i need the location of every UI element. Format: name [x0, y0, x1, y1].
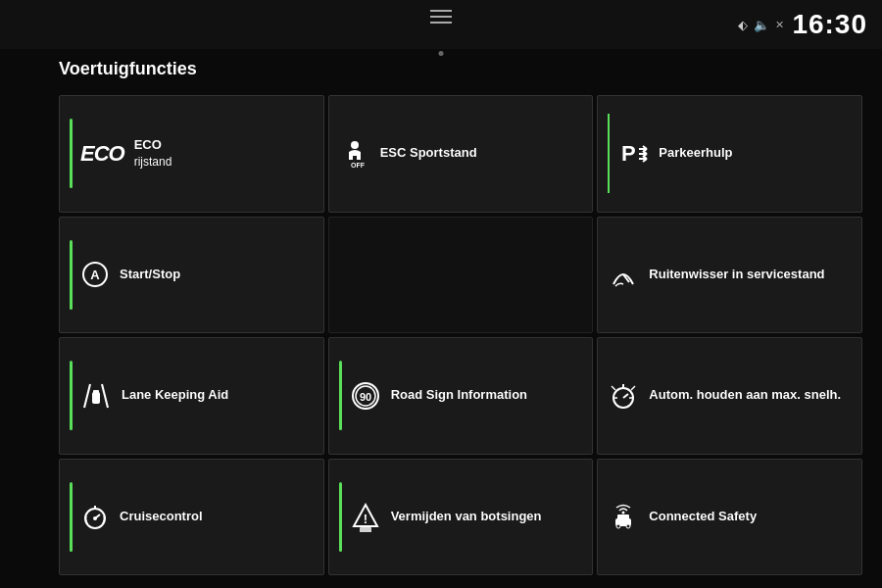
scroll-dot: [439, 51, 444, 56]
menu-icon: [430, 10, 452, 24]
cell-eco[interactable]: ECO ECOrijstand: [59, 95, 324, 213]
vermijden-icon: !: [350, 501, 381, 532]
parkeerhulp-indicator: [608, 114, 610, 193]
parkeerhulp-label: Parkeerhulp: [659, 145, 732, 162]
cell-ruitenwisser[interactable]: Ruitenwisser in servicestand: [597, 217, 862, 334]
cell-parkeerhulp[interactable]: P Parkeerhulp: [597, 95, 862, 213]
lane-keeping-icon: [80, 380, 112, 412]
cell-esc-sportstand[interactable]: OFF ESC Sportstand: [328, 95, 594, 213]
cruisecontrol-indicator: [70, 482, 73, 552]
svg-line-6: [84, 384, 90, 408]
svg-point-27: [626, 524, 630, 528]
status-icons: ⬖ 🔈 ✕: [738, 18, 784, 32]
connected-safety-label: Connected Safety: [649, 509, 757, 525]
eco-indicator: [70, 119, 73, 188]
road-sign-icon: 90: [350, 380, 381, 412]
svg-rect-25: [617, 514, 629, 520]
connected-safety-icon: [608, 501, 639, 532]
cell-lane-keeping[interactable]: Lane Keeping Aid: [59, 337, 324, 455]
svg-text:90: 90: [360, 391, 371, 403]
cruisecontrol-label: Cruisecontrol: [120, 509, 203, 525]
cell-start-stop[interactable]: A Start/Stop: [59, 217, 324, 334]
cell-empty: [328, 217, 594, 334]
svg-rect-9: [93, 390, 99, 394]
svg-point-0: [351, 141, 359, 149]
road-sign-indicator: [339, 361, 342, 430]
start-stop-icon: A: [80, 260, 110, 289]
autom-snelh-icon: [608, 380, 639, 412]
svg-rect-23: [360, 527, 371, 532]
top-bar: ⬖ 🔈 ✕ 16:30: [0, 0, 882, 49]
svg-text:P: P: [621, 141, 636, 166]
svg-text:!: !: [363, 512, 367, 526]
svg-line-15: [623, 394, 628, 398]
vermijden-label: Vermijden van botsingen: [391, 509, 542, 525]
functions-grid: ECO ECOrijstand OFF ESC Sportstand: [59, 95, 862, 575]
cell-vermijden[interactable]: ! Vermijden van botsingen: [328, 459, 594, 576]
svg-point-21: [93, 516, 97, 520]
ruitenwisser-label: Ruitenwisser in servicestand: [649, 267, 824, 283]
start-stop-indicator: [70, 240, 73, 310]
lane-keeping-indicator: [70, 361, 73, 430]
esc-label: ESC Sportstand: [380, 145, 477, 162]
cell-cruisecontrol[interactable]: Cruisecontrol: [59, 459, 324, 576]
ruitenwisser-icon: [608, 259, 639, 290]
svg-point-26: [616, 524, 620, 528]
main-content: Voertuigfuncties ECO ECOrijstand OFF: [59, 49, 862, 568]
lane-keeping-label: Lane Keeping Aid: [122, 387, 228, 404]
autom-snelh-label: Autom. houden aan max. snelh.: [649, 387, 841, 404]
cruisecontrol-icon: [80, 502, 110, 531]
road-sign-label: Road Sign Information: [391, 387, 527, 404]
page-title: Voertuigfuncties: [59, 59, 862, 79]
svg-text:OFF: OFF: [351, 162, 366, 169]
bluetooth-icon: ⬖: [738, 18, 748, 32]
cell-road-sign[interactable]: 90 Road Sign Information: [328, 337, 594, 455]
start-stop-label: Start/Stop: [120, 267, 180, 283]
cell-connected-safety[interactable]: Connected Safety: [597, 459, 862, 576]
svg-text:A: A: [90, 268, 100, 282]
volume-icon: 🔈: [754, 18, 769, 32]
volume-x-icon: ✕: [775, 19, 784, 31]
cell-autom-snelh[interactable]: Autom. houden aan max. snelh.: [597, 337, 862, 455]
eco-icon: ECO: [80, 141, 124, 167]
parkeerhulp-icon: P: [619, 139, 649, 169]
vermijden-indicator: [339, 482, 342, 552]
svg-line-7: [102, 384, 108, 408]
esc-icon: OFF: [339, 138, 370, 170]
svg-point-28: [622, 512, 625, 514]
clock: 16:30: [792, 9, 867, 40]
eco-label: ECOrijstand: [134, 137, 172, 171]
